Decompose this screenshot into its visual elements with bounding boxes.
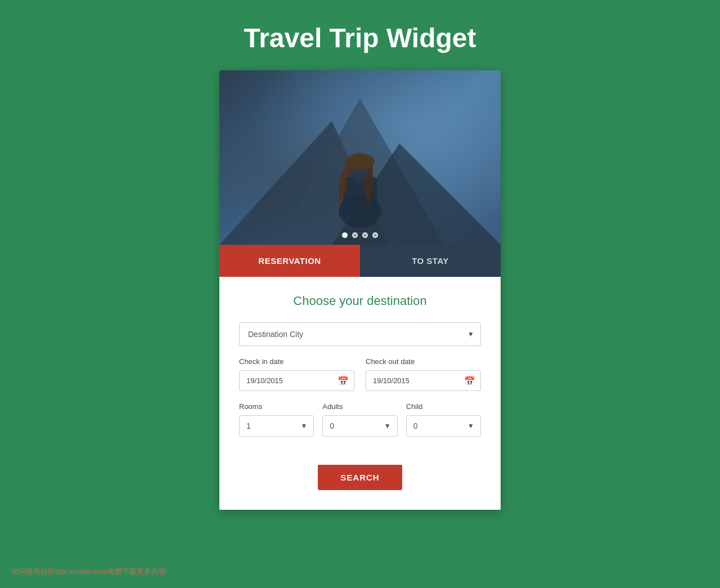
search-btn-wrapper: SEARCH bbox=[239, 465, 481, 490]
carousel-dot-3[interactable] bbox=[362, 232, 368, 238]
tab-to-stay[interactable]: TO STAY bbox=[360, 245, 501, 277]
page-title: Travel Trip Widget bbox=[244, 23, 476, 53]
checkout-input-wrapper: 📅 bbox=[366, 370, 481, 391]
destination-wrapper: Destination City New York Paris London T… bbox=[239, 322, 481, 346]
rooms-col: Rooms 1 2 3 4 5 ▼ bbox=[239, 402, 314, 448]
carousel-dot-4[interactable] bbox=[372, 232, 378, 238]
child-label: Child bbox=[406, 402, 481, 411]
widget-container: RESERVATION TO STAY Choose your destinat… bbox=[219, 70, 501, 510]
checkin-label: Check in date bbox=[239, 357, 354, 366]
child-select-wrapper: 0 1 2 3 4 ▼ bbox=[406, 415, 481, 437]
tabs: RESERVATION TO STAY bbox=[219, 245, 501, 277]
checkout-label: Check out date bbox=[366, 357, 481, 366]
checkout-input[interactable] bbox=[366, 370, 481, 391]
child-col: Child 0 1 2 3 4 ▼ bbox=[406, 402, 481, 448]
carousel-dot-2[interactable] bbox=[352, 232, 358, 238]
rooms-row: Rooms 1 2 3 4 5 ▼ Adults 0 bbox=[239, 402, 481, 448]
carousel-dots bbox=[342, 232, 378, 238]
checkin-col: Check in date 📅 bbox=[239, 357, 354, 391]
rooms-label: Rooms bbox=[239, 402, 314, 411]
form-section: Choose your destination Destination City… bbox=[219, 277, 501, 510]
checkin-input[interactable] bbox=[239, 370, 354, 391]
person-silhouette bbox=[323, 121, 397, 228]
rooms-select[interactable]: 1 2 3 4 5 bbox=[239, 415, 314, 437]
date-row: Check in date 📅 Check out date 📅 bbox=[239, 357, 481, 391]
adults-col: Adults 0 1 2 3 4 ▼ bbox=[322, 402, 397, 448]
watermark: 访问电号社区bbs.xicnlao.com免费下载更多内容 bbox=[11, 567, 166, 577]
rooms-select-wrapper: 1 2 3 4 5 ▼ bbox=[239, 415, 314, 437]
carousel-dot-1[interactable] bbox=[342, 232, 348, 238]
adults-select[interactable]: 0 1 2 3 4 bbox=[322, 415, 397, 437]
search-button[interactable]: SEARCH bbox=[318, 465, 402, 490]
tab-reservation[interactable]: RESERVATION bbox=[219, 245, 360, 277]
hero-image bbox=[219, 70, 501, 245]
destination-select[interactable]: Destination City New York Paris London T… bbox=[239, 322, 481, 346]
checkout-col: Check out date 📅 bbox=[366, 357, 481, 391]
checkin-input-wrapper: 📅 bbox=[239, 370, 354, 391]
adults-label: Adults bbox=[322, 402, 397, 411]
svg-point-3 bbox=[345, 153, 375, 170]
child-select[interactable]: 0 1 2 3 4 bbox=[406, 415, 481, 437]
form-title: Choose your destination bbox=[239, 294, 481, 308]
adults-select-wrapper: 0 1 2 3 4 ▼ bbox=[322, 415, 397, 437]
